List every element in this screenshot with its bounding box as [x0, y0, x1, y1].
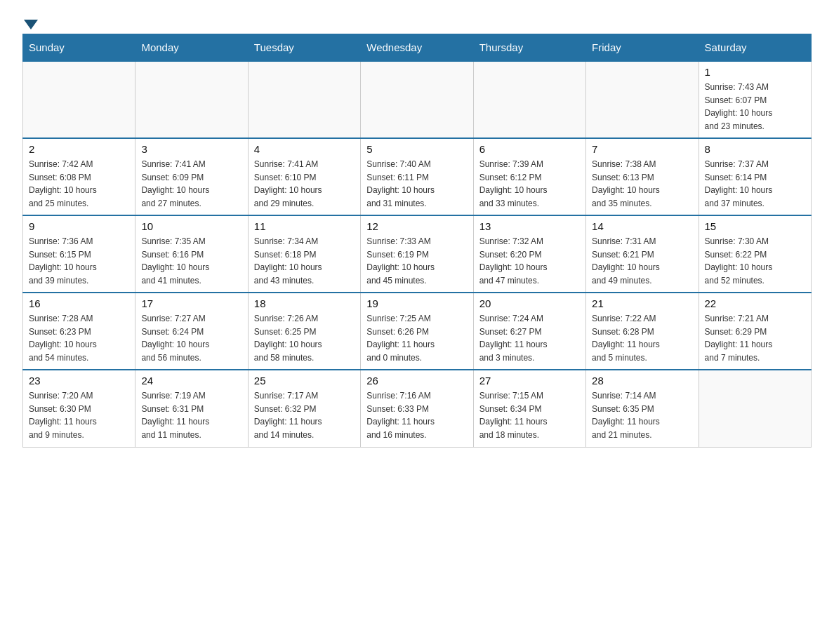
day-info: Sunrise: 7:34 AMSunset: 6:18 PMDaylight:… [254, 235, 355, 287]
weekday-header-saturday: Saturday [699, 34, 811, 62]
day-number: 7 [592, 143, 692, 155]
calendar-cell-5-6: 28Sunrise: 7:14 AMSunset: 6:35 PMDayligh… [586, 370, 699, 447]
calendar-cell-5-1: 23Sunrise: 7:20 AMSunset: 6:30 PMDayligh… [23, 370, 135, 447]
day-info: Sunrise: 7:38 AMSunset: 6:13 PMDaylight:… [592, 158, 692, 210]
day-number: 21 [592, 297, 692, 309]
calendar-cell-2-2: 3Sunrise: 7:41 AMSunset: 6:09 PMDaylight… [135, 138, 248, 215]
day-number: 19 [366, 297, 467, 309]
day-number: 27 [479, 375, 580, 387]
day-info: Sunrise: 7:22 AMSunset: 6:28 PMDaylight:… [592, 312, 692, 364]
day-number: 15 [705, 220, 805, 232]
calendar-cell-1-4 [361, 61, 473, 138]
calendar-cell-2-5: 6Sunrise: 7:39 AMSunset: 6:12 PMDaylight… [473, 138, 585, 215]
day-info: Sunrise: 7:19 AMSunset: 6:31 PMDaylight:… [141, 389, 241, 441]
day-number: 20 [479, 297, 580, 309]
day-info: Sunrise: 7:32 AMSunset: 6:20 PMDaylight:… [479, 235, 580, 287]
calendar-cell-2-1: 2Sunrise: 7:42 AMSunset: 6:08 PMDaylight… [23, 138, 135, 215]
day-number: 12 [366, 220, 467, 232]
day-number: 11 [254, 220, 355, 232]
calendar-cell-3-7: 15Sunrise: 7:30 AMSunset: 6:22 PMDayligh… [699, 215, 811, 293]
calendar-cell-2-4: 5Sunrise: 7:40 AMSunset: 6:11 PMDaylight… [361, 138, 473, 215]
calendar-cell-5-3: 25Sunrise: 7:17 AMSunset: 6:32 PMDayligh… [248, 370, 360, 447]
weekday-header-friday: Friday [586, 34, 699, 62]
day-number: 14 [592, 220, 692, 232]
calendar-week-row-2: 2Sunrise: 7:42 AMSunset: 6:08 PMDaylight… [23, 138, 812, 215]
day-info: Sunrise: 7:16 AMSunset: 6:33 PMDaylight:… [366, 389, 467, 441]
calendar-week-row-3: 9Sunrise: 7:36 AMSunset: 6:15 PMDaylight… [23, 215, 812, 293]
day-info: Sunrise: 7:40 AMSunset: 6:11 PMDaylight:… [366, 158, 467, 210]
day-number: 10 [141, 220, 241, 232]
day-number: 23 [29, 375, 129, 387]
calendar-cell-2-7: 8Sunrise: 7:37 AMSunset: 6:14 PMDaylight… [699, 138, 811, 215]
day-info: Sunrise: 7:28 AMSunset: 6:23 PMDaylight:… [29, 312, 129, 364]
day-info: Sunrise: 7:30 AMSunset: 6:22 PMDaylight:… [705, 235, 805, 287]
weekday-header-row: SundayMondayTuesdayWednesdayThursdayFrid… [23, 34, 812, 62]
weekday-header-monday: Monday [135, 34, 248, 62]
day-number: 16 [29, 297, 129, 309]
day-info: Sunrise: 7:27 AMSunset: 6:24 PMDaylight:… [141, 312, 241, 364]
day-number: 3 [141, 143, 241, 155]
day-number: 2 [29, 143, 129, 155]
calendar-cell-1-6 [586, 61, 699, 138]
day-info: Sunrise: 7:26 AMSunset: 6:25 PMDaylight:… [254, 312, 355, 364]
calendar-cell-2-6: 7Sunrise: 7:38 AMSunset: 6:13 PMDaylight… [586, 138, 699, 215]
calendar-cell-4-7: 22Sunrise: 7:21 AMSunset: 6:29 PMDayligh… [699, 293, 811, 370]
calendar-cell-1-2 [135, 61, 248, 138]
calendar-cell-4-3: 18Sunrise: 7:26 AMSunset: 6:25 PMDayligh… [248, 293, 360, 370]
day-number: 18 [254, 297, 355, 309]
day-info: Sunrise: 7:37 AMSunset: 6:14 PMDaylight:… [705, 158, 805, 210]
day-number: 17 [141, 297, 241, 309]
calendar-cell-4-6: 21Sunrise: 7:22 AMSunset: 6:28 PMDayligh… [586, 293, 699, 370]
calendar-cell-5-7 [699, 370, 811, 447]
day-info: Sunrise: 7:24 AMSunset: 6:27 PMDaylight:… [479, 312, 580, 364]
day-number: 8 [705, 143, 805, 155]
calendar-cell-3-5: 13Sunrise: 7:32 AMSunset: 6:20 PMDayligh… [473, 215, 585, 293]
calendar-cell-5-4: 26Sunrise: 7:16 AMSunset: 6:33 PMDayligh… [361, 370, 473, 447]
calendar-cell-3-2: 10Sunrise: 7:35 AMSunset: 6:16 PMDayligh… [135, 215, 248, 293]
calendar-cell-3-6: 14Sunrise: 7:31 AMSunset: 6:21 PMDayligh… [586, 215, 699, 293]
calendar-cell-4-4: 19Sunrise: 7:25 AMSunset: 6:26 PMDayligh… [361, 293, 473, 370]
day-number: 22 [705, 297, 805, 309]
calendar-cell-1-7: 1Sunrise: 7:43 AMSunset: 6:07 PMDaylight… [699, 61, 811, 138]
day-info: Sunrise: 7:15 AMSunset: 6:34 PMDaylight:… [479, 389, 580, 441]
calendar-cell-1-5 [473, 61, 585, 138]
day-number: 28 [592, 375, 692, 387]
calendar-cell-3-4: 12Sunrise: 7:33 AMSunset: 6:19 PMDayligh… [361, 215, 473, 293]
weekday-header-thursday: Thursday [473, 34, 585, 62]
calendar-cell-4-2: 17Sunrise: 7:27 AMSunset: 6:24 PMDayligh… [135, 293, 248, 370]
day-number: 6 [479, 143, 580, 155]
calendar-week-row-1: 1Sunrise: 7:43 AMSunset: 6:07 PMDaylight… [23, 61, 812, 138]
calendar-table: SundayMondayTuesdayWednesdayThursdayFrid… [22, 34, 812, 448]
logo [22, 17, 38, 28]
day-info: Sunrise: 7:21 AMSunset: 6:29 PMDaylight:… [705, 312, 805, 364]
day-info: Sunrise: 7:41 AMSunset: 6:10 PMDaylight:… [254, 158, 355, 210]
weekday-header-tuesday: Tuesday [248, 34, 360, 62]
calendar-week-row-5: 23Sunrise: 7:20 AMSunset: 6:30 PMDayligh… [23, 370, 812, 447]
day-info: Sunrise: 7:39 AMSunset: 6:12 PMDaylight:… [479, 158, 580, 210]
day-number: 9 [29, 220, 129, 232]
day-info: Sunrise: 7:36 AMSunset: 6:15 PMDaylight:… [29, 235, 129, 287]
calendar-cell-3-3: 11Sunrise: 7:34 AMSunset: 6:18 PMDayligh… [248, 215, 360, 293]
day-info: Sunrise: 7:20 AMSunset: 6:30 PMDaylight:… [29, 389, 129, 441]
calendar-cell-3-1: 9Sunrise: 7:36 AMSunset: 6:15 PMDaylight… [23, 215, 135, 293]
weekday-header-sunday: Sunday [23, 34, 135, 62]
calendar-cell-4-5: 20Sunrise: 7:24 AMSunset: 6:27 PMDayligh… [473, 293, 585, 370]
day-number: 5 [366, 143, 467, 155]
logo-triangle-icon [24, 20, 38, 29]
calendar-cell-1-3 [248, 61, 360, 138]
day-number: 25 [254, 375, 355, 387]
page-header [22, 17, 812, 28]
day-info: Sunrise: 7:25 AMSunset: 6:26 PMDaylight:… [366, 312, 467, 364]
calendar-cell-4-1: 16Sunrise: 7:28 AMSunset: 6:23 PMDayligh… [23, 293, 135, 370]
day-info: Sunrise: 7:41 AMSunset: 6:09 PMDaylight:… [141, 158, 241, 210]
day-info: Sunrise: 7:33 AMSunset: 6:19 PMDaylight:… [366, 235, 467, 287]
day-number: 26 [366, 375, 467, 387]
day-info: Sunrise: 7:17 AMSunset: 6:32 PMDaylight:… [254, 389, 355, 441]
calendar-cell-1-1 [23, 61, 135, 138]
day-info: Sunrise: 7:43 AMSunset: 6:07 PMDaylight:… [705, 81, 805, 133]
calendar-cell-5-5: 27Sunrise: 7:15 AMSunset: 6:34 PMDayligh… [473, 370, 585, 447]
calendar-week-row-4: 16Sunrise: 7:28 AMSunset: 6:23 PMDayligh… [23, 293, 812, 370]
day-number: 24 [141, 375, 241, 387]
day-info: Sunrise: 7:42 AMSunset: 6:08 PMDaylight:… [29, 158, 129, 210]
day-info: Sunrise: 7:35 AMSunset: 6:16 PMDaylight:… [141, 235, 241, 287]
